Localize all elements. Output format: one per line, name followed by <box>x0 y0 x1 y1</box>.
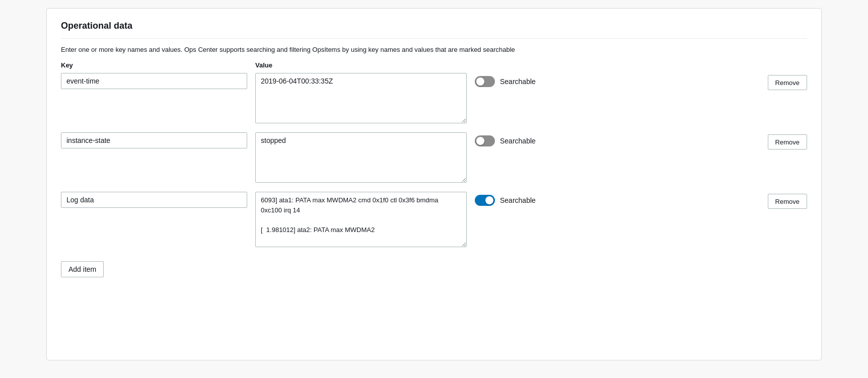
key-input-1[interactable] <box>61 73 247 89</box>
searchable-label-3: Searchable <box>500 196 536 204</box>
searchable-group-3: Searchable <box>475 192 555 206</box>
searchable-toggle-1[interactable] <box>475 76 495 87</box>
operational-data-section: Operational data Enter one or more key n… <box>46 8 822 360</box>
searchable-label-1: Searchable <box>500 78 536 86</box>
table-row: 2019-06-04T00:33:35Z Searchable Remove <box>61 73 807 123</box>
table-row: 6093] ata1: PATA max MWDMA2 cmd 0x1f0 ct… <box>61 192 807 247</box>
section-description: Enter one or more key names and values. … <box>61 46 807 53</box>
searchable-label-2: Searchable <box>500 137 536 145</box>
remove-button-3[interactable]: Remove <box>768 194 807 209</box>
searchable-toggle-2[interactable] <box>475 135 495 146</box>
value-textarea-3[interactable]: 6093] ata1: PATA max MWDMA2 cmd 0x1f0 ct… <box>255 192 467 247</box>
section-title: Operational data <box>61 21 807 39</box>
searchable-group-1: Searchable <box>475 73 555 87</box>
searchable-toggle-3[interactable] <box>475 195 495 206</box>
value-textarea-1[interactable]: 2019-06-04T00:33:35Z <box>255 73 467 123</box>
value-textarea-2[interactable]: stopped <box>255 132 467 183</box>
key-column-header: Key <box>61 61 247 69</box>
value-column-header: Value <box>255 61 272 69</box>
key-input-3[interactable] <box>61 192 247 208</box>
searchable-group-2: Searchable <box>475 132 555 146</box>
add-item-button[interactable]: Add item <box>61 261 104 277</box>
column-headers: Key Value <box>61 61 807 69</box>
key-input-2[interactable] <box>61 132 247 148</box>
remove-button-1[interactable]: Remove <box>768 75 807 90</box>
table-row: stopped Searchable Remove <box>61 132 807 183</box>
remove-button-2[interactable]: Remove <box>768 134 807 149</box>
